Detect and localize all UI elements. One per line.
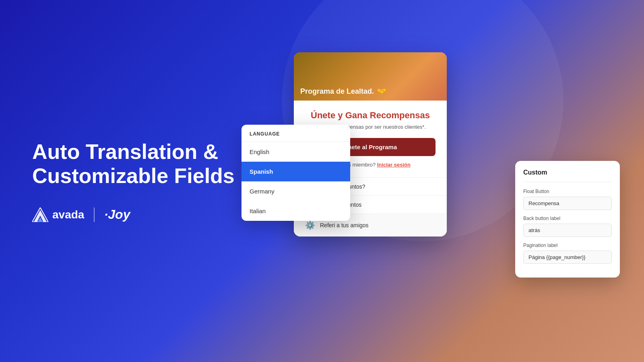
language-item-spanish[interactable]: Spanish [242,162,350,181]
refer-icon: ⚙️ [305,220,315,230]
avada-icon [32,208,48,222]
float-button-label: Float Button [523,189,612,194]
hero-emoji: 🤝 [377,87,386,96]
joy-brand: ·Joy [104,207,130,222]
right-panel: Programa de Lealtad. 🤝 Únete y Gana Reco… [242,40,612,322]
language-item-english[interactable]: English [242,142,350,162]
hero-title: Auto Translation & Customizable Fields [32,140,242,188]
loyalty-title: Únete y Gana Recompensas [305,110,436,121]
back-button-input[interactable] [523,224,612,237]
refer-text: Referi a tus amigos [320,222,369,228]
language-item-italian[interactable]: Italian [242,201,350,221]
language-item-germany[interactable]: Germany [242,181,350,201]
loyalty-hero-image: Programa de Lealtad. 🤝 [294,52,447,101]
loyalty-hero-text: Programa de Lealtad. 🤝 [300,87,386,96]
custom-panel: Custom Float Button Back button label Pa… [515,161,620,278]
back-button-label: Back button label [523,216,612,221]
pagination-label: Pagination label [523,243,612,248]
avada-text: avada [52,208,84,221]
left-panel: Auto Translation & Customizable Fields a… [32,140,242,222]
joy-j: · [104,207,108,222]
float-button-input[interactable] [523,197,612,210]
brand-logo: avada ·Joy [32,207,242,222]
login-link[interactable]: Iniciar sesión [377,162,411,168]
avada-brand: avada [32,208,84,222]
brand-divider [94,208,95,222]
custom-panel-title: Custom [523,169,612,182]
language-dropdown-header: LANGUAGE [242,125,350,142]
joy-text: ·Joy [104,207,130,222]
pagination-input[interactable] [523,251,612,264]
language-dropdown: LANGUAGE English Spanish Germany Italian [242,125,350,221]
